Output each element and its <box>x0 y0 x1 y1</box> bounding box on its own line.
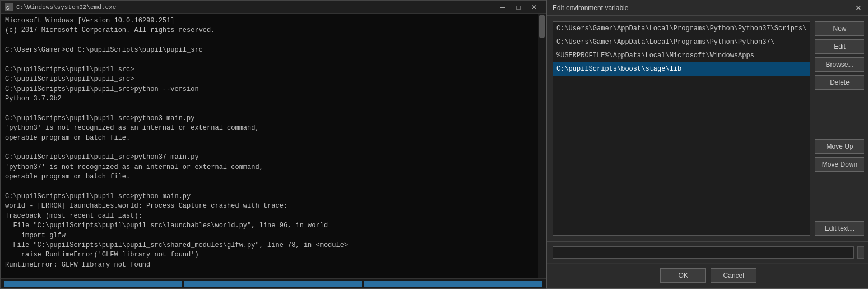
minimize-button[interactable]: ─ <box>495 2 510 12</box>
cmd-statusbar-segment <box>4 281 182 287</box>
dialog-action-buttons: New Edit Browse... Delete Move Up Move D… <box>815 21 864 236</box>
cmd-title: C:\Windows\system32\cmd.exe <box>16 4 495 11</box>
cancel-button[interactable]: Cancel <box>711 268 756 283</box>
cmd-output: Microsoft Windows [Version 10.0.16299.25… <box>1 14 538 278</box>
cmd-statusbar-segment2 <box>184 281 363 287</box>
delete-button[interactable]: Delete <box>815 75 864 90</box>
footer-scrollbar[interactable] <box>857 246 864 259</box>
cmd-scrollbar[interactable] <box>538 14 546 278</box>
cmd-statusbar-segment3 <box>364 281 542 287</box>
maximize-button[interactable]: □ <box>511 2 526 12</box>
list-item[interactable]: C:\Users\Gamer\AppData\Local\Programs\Py… <box>553 22 810 35</box>
dialog-ok-cancel: OK Cancel <box>547 263 868 288</box>
svg-text:C: C <box>6 6 10 11</box>
dialog-footer <box>547 241 868 263</box>
dialog-close-button[interactable]: ✕ <box>853 2 864 13</box>
cmd-titlebar: C C:\Windows\system32\cmd.exe ─ □ ✕ <box>1 1 546 14</box>
list-item-selected[interactable]: C:\pupilScripts\boost\stage\lib <box>553 62 810 76</box>
browse-button[interactable]: Browse... <box>815 57 864 72</box>
env-var-list[interactable]: C:\Users\Gamer\AppData\Local\Programs\Py… <box>553 21 810 236</box>
cmd-body: Microsoft Windows [Version 10.0.16299.25… <box>1 14 546 278</box>
cmd-icon: C <box>5 3 13 11</box>
footer-input[interactable] <box>553 246 854 259</box>
edit-text-button[interactable]: Edit text... <box>815 221 864 236</box>
cmd-window: C C:\Windows\system32\cmd.exe ─ □ ✕ Micr… <box>0 0 546 289</box>
new-button[interactable]: New <box>815 21 864 36</box>
close-button[interactable]: ✕ <box>527 2 541 12</box>
move-up-button[interactable]: Move Up <box>815 139 864 154</box>
dialog-title: Edit environment variable <box>553 4 853 12</box>
ok-button[interactable]: OK <box>660 268 706 283</box>
dialog-list-area: C:\Users\Gamer\AppData\Local\Programs\Py… <box>553 21 810 236</box>
dialog-body: C:\Users\Gamer\AppData\Local\Programs\Py… <box>547 16 868 241</box>
move-down-button[interactable]: Move Down <box>815 157 864 172</box>
cmd-controls: ─ □ ✕ <box>495 2 541 12</box>
env-var-dialog: Edit environment variable ✕ C:\Users\Gam… <box>546 0 868 289</box>
list-item[interactable]: C:\Users\Gamer\AppData\Local\Programs\Py… <box>553 35 810 49</box>
cmd-statusbar <box>1 278 546 288</box>
list-item[interactable]: %USERPROFILE%\AppData\Local\Microsoft\Wi… <box>553 49 810 62</box>
cmd-scrollbar-thumb[interactable] <box>539 15 545 38</box>
dialog-titlebar: Edit environment variable ✕ <box>547 0 868 16</box>
edit-button[interactable]: Edit <box>815 39 864 54</box>
